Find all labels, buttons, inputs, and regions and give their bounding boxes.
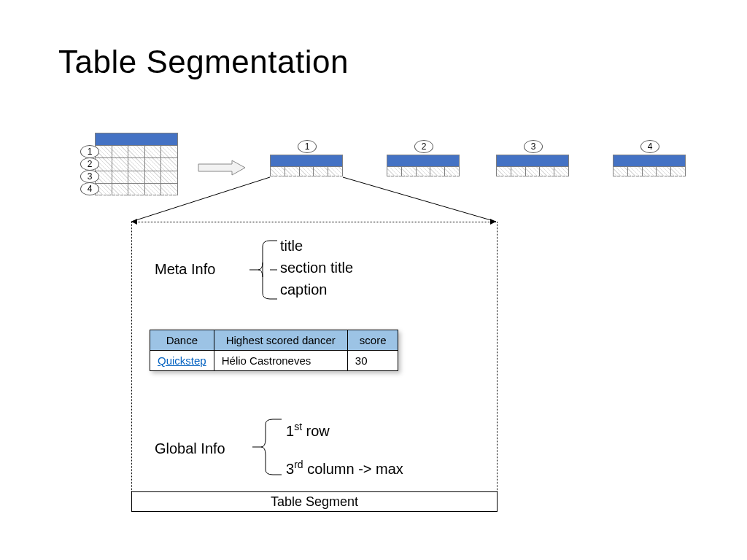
meta-item: caption (280, 279, 353, 300)
table-row: Quickstep Hélio Castroneves 30 (150, 351, 398, 371)
example-table: Dance Highest scored dancer score Quicks… (150, 330, 398, 371)
meta-item: section title (280, 257, 353, 279)
table-header: Dance (150, 330, 214, 351)
segment-table (496, 155, 569, 176)
global-info-items: 1st row 3rd column -> max (286, 417, 403, 478)
segment-badge: 4 (640, 140, 659, 153)
detail-caption: Table Segment (131, 491, 498, 512)
table-cell: 30 (347, 351, 398, 371)
row-badge: 3 (80, 170, 99, 183)
segment-table (387, 155, 460, 176)
row-badge: 1 (80, 145, 99, 158)
brace-icon (251, 416, 283, 478)
brace-icon (248, 236, 279, 303)
global-info-label: Global Info (155, 440, 225, 457)
segment-badge: 2 (414, 140, 433, 153)
source-table (95, 133, 178, 195)
svg-line-1 (343, 177, 496, 222)
global-item: 1st row (286, 417, 403, 440)
row-badge: 4 (80, 182, 99, 195)
segment-badge: 1 (298, 140, 317, 153)
meta-info-items: title section title caption (280, 235, 353, 300)
segment-table (270, 155, 343, 176)
meta-info-label: Meta Info (155, 261, 215, 278)
segment-table (613, 155, 686, 176)
segment-badge: 3 (524, 140, 543, 153)
dance-link[interactable]: Quickstep (158, 354, 206, 367)
row-badge: 2 (80, 158, 99, 171)
arrow-icon (197, 159, 248, 176)
table-cell: Hélio Castroneves (214, 351, 347, 371)
table-header: score (347, 330, 398, 351)
global-item: 3rd column -> max (286, 455, 403, 478)
table-header: Highest scored dancer (214, 330, 347, 351)
slide: Table Segmentation 1 2 3 4 1 2 3 4 (0, 0, 747, 560)
meta-item: title (280, 235, 353, 257)
page-title: Table Segmentation (58, 44, 349, 80)
